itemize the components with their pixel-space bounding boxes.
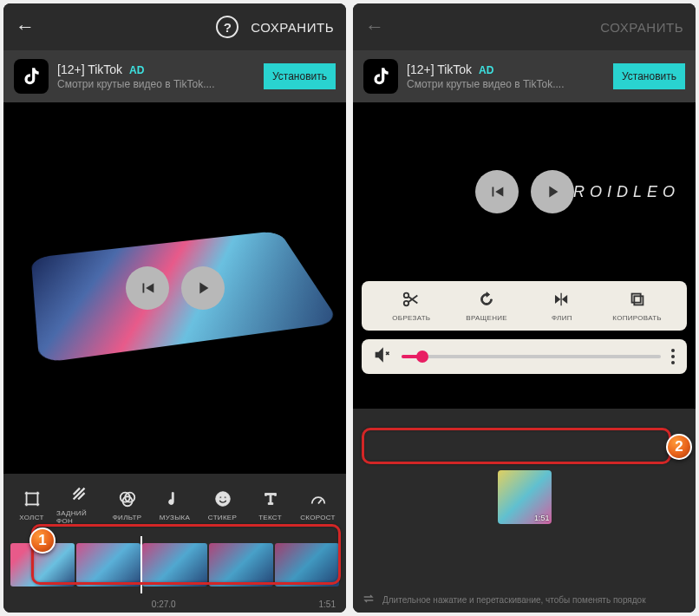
video-preview[interactable]	[3, 102, 346, 474]
ad-subtitle: Смотри крутые видео в TikTok....	[57, 78, 255, 90]
brand-text: DROIDLEO	[557, 182, 680, 200]
playhead[interactable]	[140, 536, 142, 593]
tiktok-icon	[14, 59, 49, 94]
top-bar: ← СОХРАНИТЬ	[353, 3, 696, 50]
edit-toolbar: ОБРЕЗАТЬ ВРАЩЕНИЕ ФЛИП КОПИРОВАТЬ	[362, 281, 687, 331]
clip-duration: 1:51	[534, 514, 550, 522]
total-time: 1:51	[319, 600, 336, 609]
mute-icon[interactable]	[374, 346, 391, 367]
tool-filter[interactable]: ФИЛЬТР	[104, 488, 150, 521]
ad-text: [12+] TikTok AD Смотри крутые видео в Ti…	[57, 62, 255, 90]
gauge-icon	[307, 488, 330, 510]
timeline-thumb[interactable]	[76, 543, 140, 587]
crop-icon	[21, 488, 43, 510]
ad-banner[interactable]: [12+] TikTok AD Смотри крутые видео в Ti…	[353, 50, 696, 102]
video-preview[interactable]: DROIDLEO	[353, 102, 696, 281]
stripes-icon	[69, 483, 91, 506]
time-info: 0:27.0 1:51	[3, 595, 346, 613]
tool-flip[interactable]: ФЛИП	[525, 288, 600, 322]
tiktok-icon	[363, 59, 398, 94]
prev-button[interactable]	[126, 266, 169, 310]
clip-thumbnail[interactable]: 1:51	[498, 470, 552, 524]
timeline[interactable]	[3, 534, 346, 595]
tool-speed[interactable]: СКОРОСТ	[295, 488, 341, 521]
volume-row	[362, 339, 687, 374]
more-menu-button[interactable]	[671, 349, 675, 364]
ad-text: [12+] TikTok AD Смотри крутые видео в Ti…	[407, 62, 604, 90]
tool-rotate[interactable]: ВРАЩЕНИЕ	[449, 288, 525, 322]
tool-sticker[interactable]: СТИКЕР	[199, 488, 245, 521]
hint-text: Длительное нажатие и перетаскивание, что…	[382, 595, 646, 605]
back-button[interactable]: ←	[16, 16, 35, 38]
text-icon	[259, 488, 282, 510]
svg-point-6	[224, 495, 225, 497]
top-bar: ← ? СОХРАНИТЬ	[3, 3, 346, 50]
phone-screen-left: ← ? СОХРАНИТЬ [12+] TikTok AD Смотри кру…	[3, 3, 346, 613]
playback-controls	[475, 170, 574, 213]
timeline-thumb[interactable]	[209, 543, 273, 587]
tool-copy[interactable]: КОПИРОВАТЬ	[599, 288, 675, 322]
play-button[interactable]	[531, 170, 574, 213]
venn-icon	[116, 488, 139, 510]
svg-rect-10	[631, 293, 640, 302]
prev-button[interactable]	[475, 170, 519, 213]
scissors-icon	[400, 288, 422, 311]
ad-install-button[interactable]: Установить	[613, 63, 685, 89]
save-button[interactable]: СОХРАНИТЬ	[251, 20, 334, 35]
ad-badge: AD	[479, 64, 493, 76]
clip-area: 1:51	[353, 409, 696, 587]
music-note-icon	[164, 488, 186, 510]
svg-point-5	[219, 495, 221, 497]
hint-row: Длительное нажатие и перетаскивание, что…	[353, 587, 696, 613]
phone-screen-right: ← СОХРАНИТЬ [12+] TikTok AD Смотри круты…	[353, 3, 696, 613]
bottom-toolbar: ХОЛСТ ЗАДНИЙ ФОН ФИЛЬТР МУЗЫКА СТИКЕР ТЕ…	[3, 474, 346, 534]
timeline-thumb[interactable]	[275, 543, 339, 587]
tool-text[interactable]: ТЕКСТ	[247, 488, 293, 521]
ad-title: [12+] TikTok	[57, 62, 122, 76]
smile-icon	[212, 488, 234, 510]
timeline-thumb[interactable]	[10, 543, 75, 587]
ad-title: [12+] TikTok	[407, 62, 472, 76]
help-button[interactable]: ?	[216, 16, 238, 38]
back-button[interactable]: ←	[365, 16, 384, 38]
tool-trim[interactable]: ОБРЕЗАТЬ	[374, 288, 449, 322]
flip-icon	[551, 288, 573, 311]
volume-slider[interactable]	[402, 355, 661, 358]
ad-install-button[interactable]: Установить	[264, 63, 336, 89]
ad-subtitle: Смотри крутые видео в TikTok....	[407, 78, 604, 90]
playback-controls	[126, 266, 225, 310]
copy-icon	[626, 288, 649, 311]
svg-point-4	[215, 491, 230, 506]
save-button[interactable]: СОХРАНИТЬ	[600, 20, 683, 35]
ad-badge: AD	[129, 64, 144, 76]
volume-knob[interactable]	[416, 351, 428, 363]
reorder-icon	[362, 592, 376, 607]
tool-music[interactable]: МУЗЫКА	[152, 488, 198, 521]
current-time: 0:27.0	[152, 600, 176, 609]
rotate-icon	[475, 288, 498, 311]
tool-canvas[interactable]: ХОЛСТ	[9, 488, 55, 521]
svg-rect-0	[26, 493, 37, 504]
ad-banner[interactable]: [12+] TikTok AD Смотри крутые видео в Ti…	[3, 50, 346, 102]
tool-background[interactable]: ЗАДНИЙ ФОН	[56, 483, 102, 525]
svg-rect-9	[634, 296, 643, 305]
timeline-thumb[interactable]	[142, 543, 206, 587]
play-button[interactable]	[181, 266, 225, 310]
